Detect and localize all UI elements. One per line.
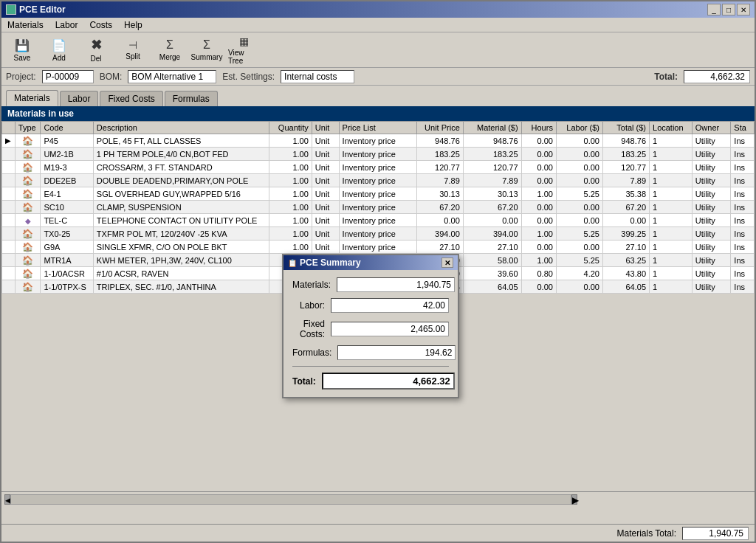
modal-total-row: Total: [292, 366, 449, 390]
table-row[interactable]: 🏠 E4-1 SGL OVERHEAD GUY,WRAPPED 5/16 1.0… [2, 187, 755, 201]
row-loc: 1 [650, 214, 693, 227]
row-code: TEL-C [41, 214, 93, 227]
row-unitprice: 0.00 [416, 214, 463, 227]
modal-close-button[interactable]: ✕ [441, 257, 453, 268]
row-type: 🏠 [15, 280, 41, 294]
house-icon: 🏠 [22, 136, 33, 146]
modal-field-input-materials[interactable] [337, 277, 455, 292]
menu-help[interactable]: Help [121, 19, 145, 31]
table-row[interactable]: 🏠 TX0-25 TXFMR POL MT, 120/240V -25 KVA … [2, 227, 755, 241]
modal-field-label-fixed-costs: Fixed Costs: [292, 319, 331, 339]
row-material: 67.20 [463, 201, 521, 214]
tab-labor[interactable]: Labor [60, 91, 99, 106]
row-total: 63.25 [602, 254, 649, 267]
row-arrow [2, 187, 16, 201]
col-unit-header: Unit [312, 122, 339, 134]
row-sta: Ins [731, 280, 755, 294]
row-arrow [2, 161, 16, 174]
house-icon: 🏠 [22, 242, 33, 252]
total-value: 4,662.32 [684, 70, 750, 83]
viewtree-button[interactable]: ▦ View Tree [226, 35, 261, 66]
row-owner: Utility [692, 148, 731, 161]
modal-field-input-formulas[interactable] [337, 345, 456, 360]
row-unitprice: 27.10 [416, 241, 463, 254]
row-material: 183.25 [463, 148, 521, 161]
menu-materials[interactable]: Materials [4, 19, 47, 31]
maximize-button[interactable]: □ [722, 4, 735, 15]
table-row[interactable]: 🏠 UM2-1B 1 PH TERM POLE,4/0 CN,BOT FED 1… [2, 148, 755, 161]
row-desc: TXFMR POL MT, 120/240V -25 KVA [93, 227, 269, 241]
col-material-header: Material ($) [463, 122, 521, 134]
row-total: 120.77 [602, 161, 649, 174]
row-loc: 1 [650, 241, 693, 254]
horizontal-scrollbar[interactable] [10, 494, 571, 505]
col-desc-header: Description [93, 122, 269, 134]
modal-field-label-materials: Materials: [292, 280, 337, 290]
table-row[interactable]: 🏠 M19-3 CROSSARM, 3 FT. STANDARD 1.00 Un… [2, 161, 755, 174]
row-material: 0.00 [463, 214, 521, 227]
row-unitprice: 394.00 [416, 227, 463, 241]
modal-field-label-labor: Labor: [292, 300, 331, 311]
row-arrow [2, 280, 16, 294]
minimize-button[interactable]: _ [707, 4, 721, 15]
save-button[interactable]: 💾 Save [4, 35, 40, 66]
scroll-right-btn[interactable]: ▶ [571, 494, 577, 505]
row-pricelist: Inventory price [339, 241, 416, 254]
table-row[interactable]: ▶ 🏠 P45 POLE, 45 FT, ALL CLASSES 1.00 Un… [2, 134, 755, 148]
row-loc: 1 [650, 254, 693, 267]
summary-icon: Σ [203, 38, 210, 52]
project-value: P-00009 [42, 70, 94, 83]
table-row[interactable]: 🏠 G9A SINGLE XFMR, C/O ON POLE BKT 1.00 … [2, 241, 755, 254]
tab-fixed-costs[interactable]: Fixed Costs [100, 91, 162, 106]
house-icon: 🏠 [22, 189, 33, 199]
modal-field-input-labor[interactable] [331, 298, 449, 313]
project-total: Total: 4,662.32 [654, 70, 750, 83]
scrollbar-area: ◀ ▶ [1, 491, 755, 506]
add-label: Add [52, 54, 66, 62]
row-unitprice: 120.77 [416, 161, 463, 174]
row-material: 948.76 [463, 134, 521, 148]
row-unitprice: 67.20 [416, 201, 463, 214]
split-button[interactable]: ⊣ Split [115, 35, 151, 66]
row-desc: CROSSARM, 3 FT. STANDARD [93, 161, 269, 174]
row-desc: KWH METER, 1PH,3W, 240V, CL100 [93, 254, 269, 267]
modal-total-input[interactable] [322, 373, 455, 390]
row-sta: Ins [731, 214, 755, 227]
close-button[interactable]: ✕ [737, 4, 750, 15]
row-qty: 1.00 [269, 134, 312, 148]
row-pricelist: Inventory price [339, 161, 416, 174]
menu-costs[interactable]: Costs [86, 19, 115, 31]
row-code: E4-1 [41, 187, 93, 201]
table-row[interactable]: ◆ TEL-C TELEPHONE CONTACT ON UTILITY POL… [2, 214, 755, 227]
modal-field-input-fixed-costs[interactable] [331, 322, 449, 336]
merge-icon: Σ [166, 38, 173, 52]
row-owner: Utility [692, 214, 731, 227]
row-total: 7.89 [602, 174, 649, 187]
app-icon [6, 4, 16, 15]
row-qty: 1.00 [269, 241, 312, 254]
table-row[interactable]: 🏠 SC10 CLAMP, SUSPENSION 1.00 Unit Inven… [2, 201, 755, 214]
tab-materials[interactable]: Materials [6, 90, 58, 106]
row-pricelist: Inventory price [339, 148, 416, 161]
del-button[interactable]: ✖ Del [78, 35, 114, 66]
row-loc: 1 [650, 201, 693, 214]
viewtree-label: View Tree [228, 49, 259, 65]
modal-field-fixed-costs: Fixed Costs: [292, 319, 449, 339]
merge-button[interactable]: Σ Merge [152, 35, 188, 66]
table-row[interactable]: 🏠 DDE2EB DOUBLE DEADEND,PRIMARY,ON POLE … [2, 174, 755, 187]
row-qty: 1.00 [269, 161, 312, 174]
modal-fields: Materials: Labor: Fixed Costs: Formulas: [292, 277, 449, 360]
title-bar-title: PCE Editor [6, 4, 66, 15]
add-button[interactable]: 📄 Add [41, 35, 77, 66]
add-icon: 📄 [52, 38, 66, 52]
menu-labor[interactable]: Labor [52, 19, 81, 31]
house-icon: 🏠 [22, 255, 33, 266]
scroll-left-btn[interactable]: ◀ [4, 494, 10, 505]
title-bar-controls: _ □ ✕ [707, 4, 750, 15]
row-owner: Utility [692, 134, 731, 148]
tab-formulas[interactable]: Formulas [165, 91, 218, 106]
modal-title-label: PCE Summary [300, 257, 361, 268]
summary-button[interactable]: Σ Summary [189, 35, 224, 66]
row-hours: 0.00 [521, 161, 556, 174]
materials-total-value: 1,940.75 [682, 527, 749, 540]
